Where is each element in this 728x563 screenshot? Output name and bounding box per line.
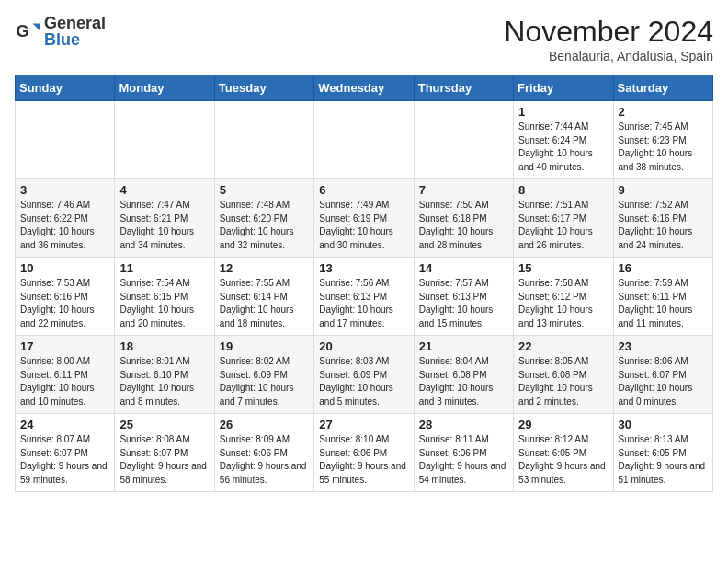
day-number: 23 — [619, 339, 708, 353]
day-number: 10 — [20, 261, 109, 275]
day-number: 18 — [119, 339, 209, 353]
day-info: Sunrise: 8:06 AM Sunset: 6:07 PM Dayligh… — [619, 355, 708, 408]
calendar-week-3: 10Sunrise: 7:53 AM Sunset: 6:16 PM Dayli… — [16, 258, 713, 336]
day-number: 17 — [20, 339, 109, 353]
location: Benalauria, Andalusia, Spain — [504, 49, 713, 63]
day-info: Sunrise: 8:02 AM Sunset: 6:09 PM Dayligh… — [220, 355, 309, 408]
column-header-thursday: Thursday — [414, 75, 513, 101]
day-number: 1 — [518, 105, 608, 119]
calendar-cell: 9Sunrise: 7:52 AM Sunset: 6:16 PM Daylig… — [613, 179, 712, 258]
calendar-cell: 20Sunrise: 8:03 AM Sunset: 6:09 PM Dayli… — [314, 336, 414, 414]
calendar-cell: 17Sunrise: 8:00 AM Sunset: 6:11 PM Dayli… — [16, 336, 115, 414]
calendar-header-row: SundayMondayTuesdayWednesdayThursdayFrid… — [16, 75, 713, 101]
day-info: Sunrise: 7:58 AM Sunset: 6:12 PM Dayligh… — [518, 277, 608, 330]
calendar-cell: 18Sunrise: 8:01 AM Sunset: 6:10 PM Dayli… — [115, 336, 214, 414]
month-title: November 2024 — [504, 15, 713, 49]
day-number: 15 — [518, 261, 608, 275]
calendar-cell: 5Sunrise: 7:48 AM Sunset: 6:20 PM Daylig… — [214, 179, 313, 258]
calendar-cell: 6Sunrise: 7:49 AM Sunset: 6:19 PM Daylig… — [314, 179, 414, 258]
day-number: 11 — [119, 261, 209, 275]
day-number: 6 — [319, 183, 408, 197]
calendar-cell — [115, 101, 214, 179]
calendar-cell: 28Sunrise: 8:11 AM Sunset: 6:06 PM Dayli… — [414, 414, 513, 492]
calendar-cell: 23Sunrise: 8:06 AM Sunset: 6:07 PM Dayli… — [613, 336, 712, 414]
svg-marker-1 — [33, 24, 40, 31]
calendar-cell: 21Sunrise: 8:04 AM Sunset: 6:08 PM Dayli… — [414, 336, 513, 414]
calendar-cell — [16, 101, 115, 179]
column-header-saturday: Saturday — [613, 75, 712, 101]
day-info: Sunrise: 7:54 AM Sunset: 6:15 PM Dayligh… — [119, 277, 209, 330]
calendar-cell — [214, 101, 313, 179]
logo-general: General — [44, 15, 106, 31]
day-info: Sunrise: 7:53 AM Sunset: 6:16 PM Dayligh… — [20, 277, 109, 330]
day-info: Sunrise: 8:03 AM Sunset: 6:09 PM Dayligh… — [319, 355, 408, 408]
day-info: Sunrise: 7:55 AM Sunset: 6:14 PM Dayligh… — [220, 277, 309, 330]
day-number: 2 — [619, 105, 708, 119]
day-info: Sunrise: 8:10 AM Sunset: 6:06 PM Dayligh… — [319, 433, 408, 487]
day-number: 5 — [220, 183, 309, 197]
calendar-cell: 7Sunrise: 7:50 AM Sunset: 6:18 PM Daylig… — [414, 179, 513, 258]
calendar-cell: 24Sunrise: 8:07 AM Sunset: 6:07 PM Dayli… — [16, 414, 115, 492]
day-number: 21 — [419, 339, 508, 353]
page-header: G General Blue November 2024 Benalauria,… — [15, 15, 713, 63]
day-number: 28 — [419, 418, 508, 431]
day-info: Sunrise: 8:05 AM Sunset: 6:08 PM Dayligh… — [518, 355, 608, 408]
day-info: Sunrise: 8:12 AM Sunset: 6:05 PM Dayligh… — [518, 433, 608, 487]
day-info: Sunrise: 7:57 AM Sunset: 6:13 PM Dayligh… — [419, 277, 508, 330]
logo: G General Blue — [15, 15, 106, 48]
calendar-cell: 10Sunrise: 7:53 AM Sunset: 6:16 PM Dayli… — [16, 258, 115, 336]
calendar-cell: 26Sunrise: 8:09 AM Sunset: 6:06 PM Dayli… — [214, 414, 313, 492]
day-number: 22 — [518, 339, 608, 353]
day-info: Sunrise: 7:44 AM Sunset: 6:24 PM Dayligh… — [518, 121, 608, 174]
svg-text:G: G — [16, 22, 28, 40]
calendar-week-4: 17Sunrise: 8:00 AM Sunset: 6:11 PM Dayli… — [16, 336, 713, 414]
day-number: 30 — [619, 418, 708, 431]
calendar-cell: 14Sunrise: 7:57 AM Sunset: 6:13 PM Dayli… — [414, 258, 513, 336]
calendar-cell: 13Sunrise: 7:56 AM Sunset: 6:13 PM Dayli… — [314, 258, 414, 336]
calendar-cell — [314, 101, 414, 179]
day-info: Sunrise: 8:00 AM Sunset: 6:11 PM Dayligh… — [20, 355, 109, 408]
calendar-cell: 3Sunrise: 7:46 AM Sunset: 6:22 PM Daylig… — [16, 179, 115, 258]
calendar-cell: 12Sunrise: 7:55 AM Sunset: 6:14 PM Dayli… — [214, 258, 313, 336]
day-info: Sunrise: 7:56 AM Sunset: 6:13 PM Dayligh… — [319, 277, 408, 330]
day-number: 3 — [20, 183, 109, 197]
day-info: Sunrise: 8:09 AM Sunset: 6:06 PM Dayligh… — [220, 433, 309, 487]
day-number: 19 — [220, 339, 309, 353]
calendar-cell: 29Sunrise: 8:12 AM Sunset: 6:05 PM Dayli… — [514, 414, 613, 492]
calendar-table: SundayMondayTuesdayWednesdayThursdayFrid… — [15, 75, 713, 492]
logo-blue: Blue — [44, 31, 106, 48]
calendar-cell: 25Sunrise: 8:08 AM Sunset: 6:07 PM Dayli… — [115, 414, 214, 492]
calendar-cell: 30Sunrise: 8:13 AM Sunset: 6:05 PM Dayli… — [613, 414, 712, 492]
day-number: 8 — [518, 183, 608, 197]
calendar-cell: 2Sunrise: 7:45 AM Sunset: 6:23 PM Daylig… — [613, 101, 712, 179]
day-info: Sunrise: 8:13 AM Sunset: 6:05 PM Dayligh… — [619, 433, 708, 487]
calendar-cell: 22Sunrise: 8:05 AM Sunset: 6:08 PM Dayli… — [514, 336, 613, 414]
day-info: Sunrise: 7:48 AM Sunset: 6:20 PM Dayligh… — [220, 199, 309, 252]
calendar-cell: 1Sunrise: 7:44 AM Sunset: 6:24 PM Daylig… — [514, 101, 613, 179]
day-info: Sunrise: 7:50 AM Sunset: 6:18 PM Dayligh… — [419, 199, 508, 252]
day-number: 16 — [619, 261, 708, 275]
title-block: November 2024 Benalauria, Andalusia, Spa… — [504, 15, 713, 63]
day-number: 24 — [20, 418, 109, 431]
column-header-monday: Monday — [115, 75, 214, 101]
column-header-wednesday: Wednesday — [314, 75, 414, 101]
day-info: Sunrise: 7:52 AM Sunset: 6:16 PM Dayligh… — [619, 199, 708, 252]
calendar-week-2: 3Sunrise: 7:46 AM Sunset: 6:22 PM Daylig… — [16, 179, 713, 258]
calendar-cell: 8Sunrise: 7:51 AM Sunset: 6:17 PM Daylig… — [514, 179, 613, 258]
day-number: 29 — [518, 418, 608, 431]
calendar-cell: 15Sunrise: 7:58 AM Sunset: 6:12 PM Dayli… — [514, 258, 613, 336]
logo-text: General Blue — [44, 15, 106, 48]
day-number: 4 — [119, 183, 209, 197]
day-number: 25 — [119, 418, 209, 431]
day-info: Sunrise: 8:11 AM Sunset: 6:06 PM Dayligh… — [419, 433, 508, 487]
day-info: Sunrise: 7:59 AM Sunset: 6:11 PM Dayligh… — [619, 277, 708, 330]
logo-icon: G — [15, 18, 40, 44]
day-info: Sunrise: 7:51 AM Sunset: 6:17 PM Dayligh… — [518, 199, 608, 252]
calendar-cell: 27Sunrise: 8:10 AM Sunset: 6:06 PM Dayli… — [314, 414, 414, 492]
calendar-week-1: 1Sunrise: 7:44 AM Sunset: 6:24 PM Daylig… — [16, 101, 713, 179]
day-info: Sunrise: 7:46 AM Sunset: 6:22 PM Dayligh… — [20, 199, 109, 252]
day-info: Sunrise: 8:01 AM Sunset: 6:10 PM Dayligh… — [119, 355, 209, 408]
column-header-friday: Friday — [514, 75, 613, 101]
day-info: Sunrise: 8:07 AM Sunset: 6:07 PM Dayligh… — [20, 433, 109, 487]
day-number: 13 — [319, 261, 408, 275]
